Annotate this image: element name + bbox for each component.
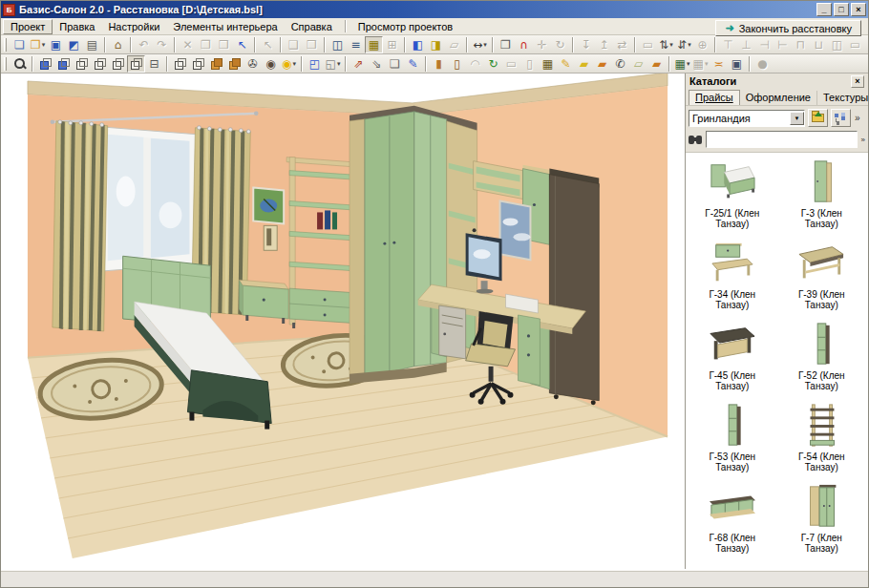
catalog-item[interactable]: Г-68 (Клен Танзау): [688, 483, 777, 554]
apply-material-button[interactable]: ↻: [484, 55, 502, 73]
wireframe-mode-button[interactable]: [171, 55, 189, 73]
hint-monitor-button[interactable]: ▣: [728, 55, 746, 73]
scene-viewport[interactable]: [1, 74, 685, 569]
view-properties-button[interactable]: ◧: [409, 36, 427, 53]
toolbar-grip[interactable]: [4, 38, 7, 52]
wall-picture[interactable]: [253, 188, 284, 224]
catalog-item[interactable]: Г-45 (Клен Танзау): [688, 321, 777, 391]
open-project-button[interactable]: ❐▾: [29, 36, 47, 53]
menu-interior-elements[interactable]: Элементы интерьера: [166, 20, 284, 33]
search-binoculars-icon: [689, 135, 703, 145]
catalog-item[interactable]: Г-54 (Клен Танзау): [777, 402, 867, 472]
window-object-button[interactable]: ▯: [448, 55, 466, 73]
room-3d-view[interactable]: [1, 74, 685, 569]
toolbar-grip[interactable]: [4, 57, 7, 71]
tab-design[interactable]: Оформление: [740, 91, 817, 105]
catalog-item[interactable]: Г-7 (Клен Танзау): [777, 483, 867, 554]
catalog-item-label: Г-54 (Клен Танзау): [783, 452, 859, 472]
catalog-item[interactable]: Г-3 (Клен Танзау): [777, 158, 867, 229]
menu-edit[interactable]: Правка: [53, 20, 101, 33]
plank-object-button[interactable]: ▰: [647, 55, 666, 73]
catalog-item[interactable]: Г-25/1 (Клен Танзау): [688, 158, 777, 229]
board-material-button[interactable]: ▰: [593, 55, 611, 73]
place-object-button[interactable]: ⇘: [368, 55, 386, 73]
eraser-material-button[interactable]: ▰: [575, 55, 593, 73]
export-image-button[interactable]: ◩: [65, 36, 83, 53]
price-grid-button[interactable]: ▦▾: [673, 55, 691, 73]
close-button[interactable]: ×: [851, 3, 866, 16]
walkthrough-mode-button[interactable]: ⇗: [350, 55, 368, 73]
plate-object-button[interactable]: ▱: [629, 55, 647, 73]
object-card-button[interactable]: ❏: [386, 55, 404, 73]
lighting-button[interactable]: ◉▾: [280, 55, 298, 73]
finish-arrangement-button[interactable]: ➜ Закончить расстановку: [715, 20, 861, 36]
magnet-snap-button[interactable]: ∩: [515, 36, 533, 53]
section-view-button[interactable]: ⊟: [145, 55, 163, 73]
home-view-button[interactable]: ⌂: [109, 36, 127, 53]
tab-pricelists[interactable]: Прайсы: [689, 90, 740, 105]
fence-pattern-button[interactable]: ▦: [539, 55, 557, 73]
menu-view-projects[interactable]: Просмотр проектов: [351, 20, 459, 33]
tab-textures[interactable]: Текстуры: [817, 91, 869, 105]
walkthrough-mode-icon: ⇗: [353, 58, 363, 70]
clone-object-button[interactable]: ❐: [497, 36, 515, 53]
ruler-marks-button[interactable]: ≍: [710, 55, 728, 73]
menu-project[interactable]: Проект: [3, 19, 53, 34]
door-object-button[interactable]: ▮: [430, 55, 448, 73]
view-top-button[interactable]: [109, 55, 127, 73]
view-back-button[interactable]: [54, 55, 73, 73]
new-document-button[interactable]: ❏: [11, 36, 29, 53]
select-dropdown-arrow-icon[interactable]: ▼: [790, 112, 804, 125]
hidden-lines-mode-button[interactable]: [189, 55, 207, 73]
window[interactable]: [100, 127, 198, 271]
save-project-button[interactable]: ▣: [47, 36, 65, 53]
textured-mode-button[interactable]: [225, 55, 244, 73]
pencil-material-button[interactable]: ✎: [557, 55, 575, 73]
menu-settings[interactable]: Настройки: [101, 20, 166, 33]
ungroup-objects-icon: ❒: [307, 39, 317, 51]
edit-links-button[interactable]: ✎: [404, 55, 422, 73]
search-overflow-chevron[interactable]: »: [861, 136, 865, 144]
project-structure-button[interactable]: ◫: [329, 36, 347, 53]
level-order-button[interactable]: ⇵▾: [675, 36, 693, 53]
catalog-search-input[interactable]: [706, 131, 858, 148]
projector-light-button[interactable]: ✇: [244, 55, 262, 73]
add-wall-button[interactable]: ◰: [306, 55, 324, 73]
pc-tower[interactable]: [439, 305, 466, 359]
bedside-cabinet[interactable]: [239, 280, 288, 324]
panel-tabs: Прайсы Оформление Текстуры: [686, 89, 868, 106]
catalog-item[interactable]: Г-52 (Клен Танзау): [777, 321, 867, 391]
catalog-item[interactable]: Г-39 (Клен Танзау): [777, 240, 867, 310]
price-table-button[interactable]: ▦: [365, 36, 383, 53]
phone-object-button[interactable]: ✆: [611, 55, 629, 73]
solid-mode-button[interactable]: [207, 55, 225, 73]
dimensions-button[interactable]: ↔▾: [471, 36, 489, 53]
view-front-button[interactable]: [36, 55, 54, 73]
view-left-button[interactable]: [73, 55, 91, 73]
load-catalog-button[interactable]: [808, 109, 828, 127]
catalog-item[interactable]: Г-53 (Клен Танзау): [688, 402, 777, 472]
panel-overflow-chevron[interactable]: »: [855, 113, 860, 123]
tree-view-button[interactable]: [831, 109, 851, 127]
wall-phone[interactable]: [264, 225, 277, 250]
add-opening-button[interactable]: ◱▾: [324, 55, 342, 73]
print-button[interactable]: ▤: [83, 36, 101, 53]
select-mode-button[interactable]: ↖: [233, 36, 251, 53]
panel-close-button[interactable]: ×: [851, 75, 864, 88]
snapshot-camera-button[interactable]: ◉: [262, 55, 280, 73]
maximize-button[interactable]: □: [834, 3, 849, 16]
view-axonometry-button[interactable]: [127, 55, 145, 73]
material-properties-button[interactable]: ◨: [427, 36, 445, 53]
zoom-view-button[interactable]: [11, 55, 29, 73]
menu-help[interactable]: Справка: [285, 20, 339, 33]
redo-icon: ↷: [157, 39, 166, 51]
catalog-select[interactable]: Гринландия ▼: [689, 110, 805, 127]
wall-poster[interactable]: [500, 200, 531, 260]
minimize-button[interactable]: _: [816, 3, 832, 16]
catalog-item[interactable]: Г-34 (Клен Танзау): [688, 240, 777, 310]
view-top-icon: [113, 58, 124, 70]
dropdown-caret-icon: ▾: [669, 41, 673, 49]
object-list-button[interactable]: ≡: [347, 36, 365, 53]
view-right-button[interactable]: [91, 55, 109, 73]
stack-order-button[interactable]: ⇅▾: [657, 36, 675, 53]
